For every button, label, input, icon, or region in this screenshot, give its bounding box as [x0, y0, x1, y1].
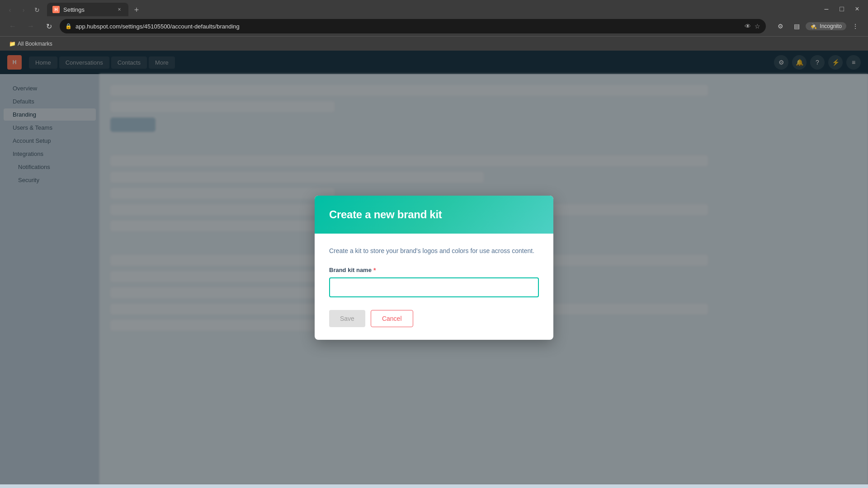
brand-kit-name-label: Brand kit name * — [329, 267, 539, 274]
addr-right-icons: 👁 ☆ — [745, 23, 760, 30]
bookmarks-folder[interactable]: 📁 All Bookmarks — [5, 39, 56, 49]
tab-bar: ‹ › ↻ H Settings × + – □ × — [0, 0, 868, 16]
close-button[interactable]: × — [850, 2, 864, 16]
back-button[interactable]: ‹ — [4, 4, 16, 16]
star-icon: ☆ — [755, 23, 760, 30]
modal-body: Create a kit to store your brand's logos… — [315, 234, 553, 310]
save-button[interactable]: Save — [329, 310, 365, 327]
bookmarks-bar: 📁 All Bookmarks — [0, 36, 868, 51]
modal-footer: Save Cancel — [315, 310, 553, 340]
addr-forward-button[interactable]: → — [24, 19, 38, 33]
app-background: H Home Conversations Contacts More ⚙ 🔔 ?… — [0, 51, 868, 484]
tab-close-button[interactable]: × — [116, 6, 123, 13]
lock-icon: 🔒 — [65, 23, 72, 29]
reload-button[interactable]: ↻ — [31, 4, 43, 16]
address-bar-row: ← → ↻ 🔒 app.hubspot.com/settings/4510550… — [0, 16, 868, 36]
brand-kit-name-field: Brand kit name * — [329, 267, 539, 297]
maximize-button[interactable]: □ — [835, 2, 849, 16]
menu-button[interactable]: ⋮ — [848, 19, 863, 33]
required-star: * — [373, 267, 376, 274]
minimize-button[interactable]: – — [819, 2, 834, 16]
bookmarks-folder-label: All Bookmarks — [18, 41, 52, 47]
tab-title: Settings — [63, 6, 112, 13]
incognito-badge[interactable]: 🕵 Incognito — [806, 22, 846, 30]
window-controls: – □ × — [819, 2, 864, 16]
cancel-button[interactable]: Cancel — [371, 310, 413, 327]
eye-slash-icon: 👁 — [745, 23, 751, 30]
incognito-icon: 🕵 — [810, 23, 817, 29]
tab-favicon: H — [52, 6, 60, 13]
forward-button[interactable]: › — [17, 4, 30, 16]
new-tab-button[interactable]: + — [130, 4, 143, 16]
browser-right-controls: ⚙ ▤ 🕵 Incognito ⋮ — [773, 19, 863, 33]
extensions-button[interactable]: ⚙ — [773, 19, 788, 33]
modal-overlay: Create a new brand kit Create a kit to s… — [0, 51, 868, 484]
addr-back-button[interactable]: ← — [5, 19, 20, 33]
create-brand-kit-modal: Create a new brand kit Create a kit to s… — [315, 196, 553, 340]
modal-title: Create a new brand kit — [329, 208, 539, 221]
address-bar[interactable]: 🔒 app.hubspot.com/settings/45105500/acco… — [60, 19, 766, 33]
incognito-label: Incognito — [820, 23, 842, 29]
modal-header: Create a new brand kit — [315, 196, 553, 234]
modal-description: Create a kit to store your brand's logos… — [329, 246, 539, 256]
active-tab[interactable]: H Settings × — [47, 3, 128, 16]
addr-reload-button[interactable]: ↻ — [42, 19, 56, 33]
browser-chrome: ‹ › ↻ H Settings × + – □ × ← → ↻ 🔒 app.h… — [0, 0, 868, 51]
brand-kit-name-input[interactable] — [329, 277, 539, 297]
sidebar-button[interactable]: ▤ — [789, 19, 804, 33]
folder-icon: 📁 — [9, 41, 16, 47]
address-text: app.hubspot.com/settings/45105500/accoun… — [75, 23, 741, 30]
brand-kit-name-label-text: Brand kit name — [329, 267, 372, 273]
